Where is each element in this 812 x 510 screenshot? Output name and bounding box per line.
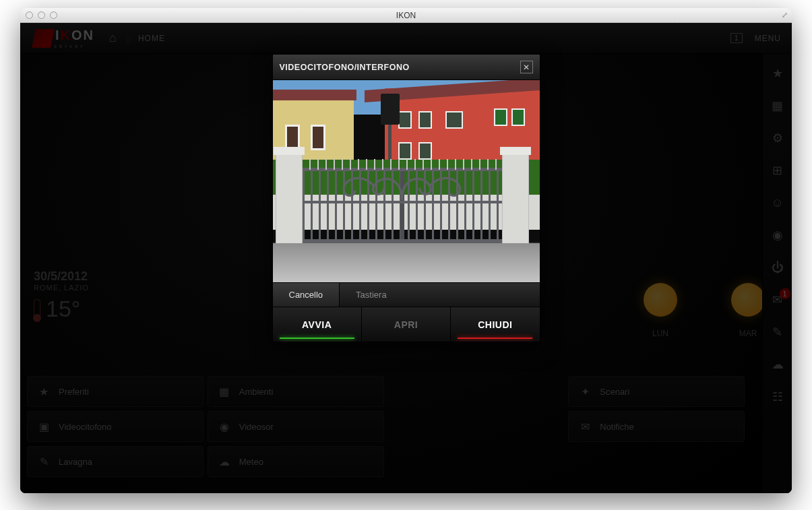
avvia-button[interactable]: AVVIA [273,307,361,342]
tab-tastiera[interactable]: Tastiera [339,283,403,307]
os-titlebar: IKON ⤢ [20,8,792,23]
tab-label: Cancello [289,290,323,300]
close-button[interactable]: ✕ [520,61,533,73]
button-label: AVVIA [302,319,332,330]
window-title: IKON [20,11,792,20]
chiudi-button[interactable]: CHIUDI [450,307,539,342]
window-frame: IKON ⤢ IKON server ⌂ HOME 1 MENU [20,8,792,493]
button-label: APRI [394,319,418,330]
modal-tabs: Cancello Tastiera [273,282,540,307]
modal-actions: AVVIA APRI CHIUDI [273,307,540,342]
tab-label: Tastiera [356,290,387,300]
modal-header: VIDEOCITOFONO/INTERFONO ✕ [273,55,540,80]
intercom-modal: VIDEOCITOFONO/INTERFONO ✕ [272,54,540,342]
resize-icon[interactable]: ⤢ [782,11,788,20]
button-label: CHIUDI [478,319,512,330]
app-root: IKON server ⌂ HOME 1 MENU 30/5/2012 ROME… [20,23,792,493]
camera-feed [273,80,540,282]
modal-title: VIDEOCITOFONO/INTERFONO [280,63,410,72]
tab-cancello[interactable]: Cancello [273,283,340,307]
apri-button[interactable]: APRI [361,307,450,342]
